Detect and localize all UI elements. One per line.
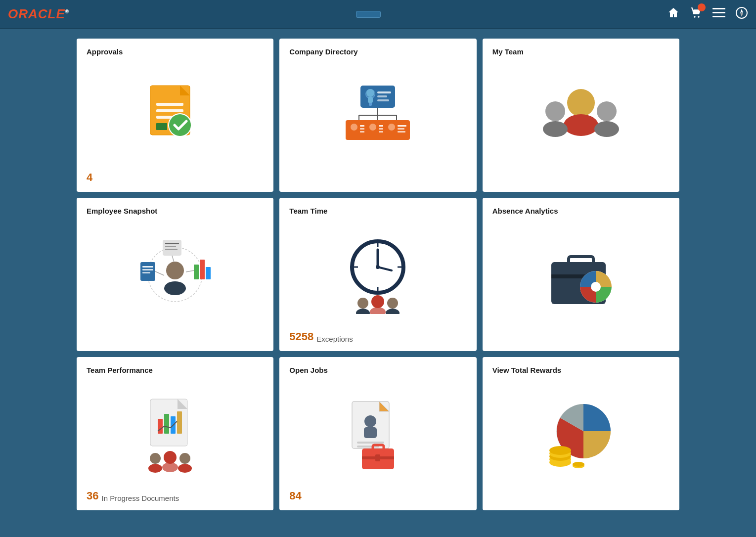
tile-count-approvals: 4 xyxy=(87,171,92,184)
tile-open-jobs[interactable]: Open Jobs 84 xyxy=(279,357,476,510)
menu-icon[interactable] xyxy=(712,8,725,21)
tile-team-time[interactable]: Team Time xyxy=(279,198,476,351)
svg-point-118 xyxy=(549,446,571,455)
svg-point-23 xyxy=(366,89,374,97)
oracle-text: ORACLE xyxy=(8,6,65,21)
oracle-logo: ORACLE® xyxy=(8,6,69,22)
svg-point-44 xyxy=(388,124,395,131)
svg-point-120 xyxy=(573,462,584,467)
svg-marker-8 xyxy=(740,9,743,13)
svg-point-97 xyxy=(148,464,162,473)
tile-footer-approvals: 4 xyxy=(87,169,264,184)
tile-footer-company-directory xyxy=(289,169,466,184)
tile-footer-employee-snapshot xyxy=(87,328,264,343)
tile-view-total-rewards[interactable]: View Total Rewards xyxy=(483,357,679,510)
svg-rect-18 xyxy=(156,123,167,130)
tile-title-absence-analytics: Absence Analytics xyxy=(492,207,669,215)
tile-icon-view-total-rewards xyxy=(492,379,669,488)
tile-title-team-performance: Team Performance xyxy=(87,366,264,374)
tile-footer-view-total-rewards xyxy=(492,488,669,502)
svg-rect-67 xyxy=(206,267,211,279)
svg-point-48 xyxy=(567,89,595,117)
tile-icon-approvals xyxy=(87,61,264,169)
svg-rect-66 xyxy=(200,260,205,279)
tile-approvals[interactable]: Approvals 4 xyxy=(77,39,273,192)
svg-rect-26 xyxy=(377,95,387,97)
tile-title-view-total-rewards: View Total Rewards xyxy=(492,366,669,374)
compass-icon[interactable] xyxy=(735,6,748,22)
svg-point-55 xyxy=(166,262,184,279)
svg-rect-64 xyxy=(165,249,178,250)
svg-rect-65 xyxy=(194,265,199,279)
tile-footer-my-team xyxy=(492,169,669,184)
svg-rect-62 xyxy=(165,243,179,244)
tile-footer-team-performance: 36 In Progress Documents xyxy=(87,488,264,502)
tile-my-team[interactable]: My Team xyxy=(483,39,679,192)
svg-rect-43 xyxy=(383,120,410,140)
svg-rect-46 xyxy=(398,128,404,130)
svg-rect-13 xyxy=(156,103,183,106)
svg-rect-24 xyxy=(368,97,373,103)
svg-rect-58 xyxy=(142,266,153,268)
svg-point-96 xyxy=(150,453,161,464)
svg-rect-63 xyxy=(165,246,176,247)
svg-point-83 xyxy=(387,298,398,309)
svg-point-105 xyxy=(364,415,376,427)
home-icon[interactable] xyxy=(667,6,680,22)
tile-company-directory[interactable]: Company Directory xyxy=(279,39,476,192)
header-left: ORACLE® xyxy=(8,6,69,22)
svg-rect-93 xyxy=(164,414,169,434)
svg-rect-5 xyxy=(712,12,725,13)
svg-rect-60 xyxy=(142,272,150,273)
svg-point-39 xyxy=(369,124,376,131)
svg-rect-112 xyxy=(375,454,380,461)
tile-icon-absence-analytics xyxy=(492,220,669,328)
svg-point-56 xyxy=(164,281,186,295)
tile-count-team-time: 5258 xyxy=(289,330,313,343)
svg-line-70 xyxy=(186,270,194,272)
svg-rect-47 xyxy=(398,131,405,133)
svg-rect-92 xyxy=(158,419,163,434)
tile-icon-open-jobs xyxy=(289,379,466,488)
tile-title-company-directory: Company Directory xyxy=(289,47,466,56)
tile-title-approvals: Approvals xyxy=(87,47,264,56)
svg-marker-9 xyxy=(740,13,743,17)
header-center xyxy=(356,11,381,18)
svg-point-74 xyxy=(376,265,380,269)
nav-title-button[interactable] xyxy=(356,11,381,18)
svg-rect-107 xyxy=(357,442,384,444)
svg-rect-27 xyxy=(377,99,389,101)
tile-count-open-jobs: 84 xyxy=(289,490,301,502)
tile-footer-absence-analytics xyxy=(492,328,669,343)
svg-point-101 xyxy=(178,464,192,473)
cart-icon[interactable] xyxy=(690,6,703,22)
tile-icon-team-performance xyxy=(87,379,264,488)
svg-point-51 xyxy=(543,121,568,137)
tile-title-team-time: Team Time xyxy=(289,207,466,215)
tile-employee-snapshot[interactable]: Employee Snapshot xyxy=(77,198,273,351)
tile-icon-company-directory xyxy=(289,61,466,169)
svg-line-69 xyxy=(172,256,174,262)
svg-point-84 xyxy=(386,309,400,314)
svg-point-82 xyxy=(370,307,386,314)
tile-count-label-team-performance: In Progress Documents xyxy=(101,494,179,502)
svg-rect-95 xyxy=(177,411,182,434)
tile-title-employee-snapshot: Employee Snapshot xyxy=(87,207,264,215)
svg-point-53 xyxy=(594,121,619,137)
tile-count-label-team-time: Exceptions xyxy=(316,335,353,343)
tile-icon-team-time xyxy=(289,220,466,328)
svg-point-89 xyxy=(591,282,601,292)
header-right xyxy=(667,6,748,22)
svg-rect-86 xyxy=(569,257,593,267)
svg-rect-61 xyxy=(163,240,181,256)
svg-point-50 xyxy=(545,101,565,121)
tile-team-performance[interactable]: Team Performance xyxy=(77,357,273,510)
svg-point-17 xyxy=(169,114,191,136)
svg-line-68 xyxy=(155,271,164,275)
svg-point-80 xyxy=(356,309,370,314)
svg-point-52 xyxy=(597,101,617,121)
main-content: Approvals 4 xyxy=(0,29,756,520)
tile-absence-analytics[interactable]: Absence Analytics xyxy=(483,198,679,351)
svg-rect-57 xyxy=(140,262,155,281)
svg-point-3 xyxy=(698,16,700,17)
